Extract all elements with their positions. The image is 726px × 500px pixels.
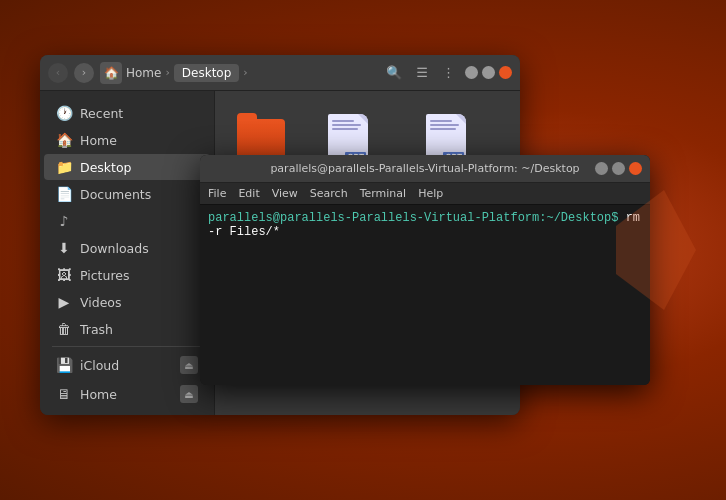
- sidebar-label-desktop: Desktop: [80, 160, 198, 175]
- videos-icon: ▶: [56, 294, 72, 310]
- terminal-window: parallels@parallels-Parallels-Virtual-Pl…: [200, 155, 650, 385]
- sidebar-label-icloud: iCloud: [80, 358, 172, 373]
- breadcrumb: 🏠 Home › Desktop ›: [100, 62, 376, 84]
- documents-icon: 📄: [56, 186, 72, 202]
- options-icon[interactable]: ⋮: [438, 63, 459, 82]
- recent-icon: 🕐: [56, 105, 72, 121]
- sidebar-label-downloads: Downloads: [80, 241, 198, 256]
- term-menu-edit[interactable]: Edit: [238, 187, 259, 200]
- sidebar-item-videos[interactable]: ▶ Videos: [44, 289, 210, 315]
- term-close-button[interactable]: [629, 162, 642, 175]
- sidebar-item-downloads[interactable]: ⬇ Downloads: [44, 235, 210, 261]
- back-button[interactable]: ‹: [48, 63, 68, 83]
- sidebar-label-home2: Home: [80, 387, 172, 402]
- term-window-controls: [595, 162, 642, 175]
- other-icon: +: [56, 414, 72, 415]
- icloud-icon: 💾: [56, 357, 72, 373]
- home2-icon: 🖥: [56, 386, 72, 402]
- icloud-eject-button[interactable]: ⏏: [180, 356, 198, 374]
- sidebar-label-documents: Documents: [80, 187, 198, 202]
- search-icon[interactable]: 🔍: [382, 63, 406, 82]
- sidebar-item-home2[interactable]: 🖥 Home ⏏: [44, 380, 210, 408]
- terminal-prompt: parallels@parallels-Parallels-Virtual-Pl…: [208, 211, 618, 225]
- sidebar-item-desktop[interactable]: 📁 Desktop: [44, 154, 210, 180]
- terminal-title: parallels@parallels-Parallels-Virtual-Pl…: [208, 162, 642, 175]
- music-icon: ♪: [56, 213, 72, 229]
- sidebar-label-recent: Recent: [80, 106, 198, 121]
- doc-line: [430, 128, 456, 130]
- toolbar-right: 🔍 ☰ ⋮: [382, 63, 459, 82]
- downloads-icon: ⬇: [56, 240, 72, 256]
- term-menu-help[interactable]: Help: [418, 187, 443, 200]
- view-list-icon[interactable]: ☰: [412, 63, 432, 82]
- term-menu-search[interactable]: Search: [310, 187, 348, 200]
- sidebar-item-pictures[interactable]: 🖼 Pictures: [44, 262, 210, 288]
- sidebar-item-documents[interactable]: 📄 Documents: [44, 181, 210, 207]
- breadcrumb-sep: ›: [165, 66, 169, 79]
- doc-line: [332, 128, 358, 130]
- sidebar-label-pictures: Pictures: [80, 268, 198, 283]
- term-maximize-button[interactable]: [612, 162, 625, 175]
- home-breadcrumb[interactable]: 🏠: [100, 62, 122, 84]
- doc-line: [430, 124, 459, 126]
- term-menubar: File Edit View Search Terminal Help: [200, 183, 650, 205]
- doc-line: [430, 120, 452, 122]
- sidebar-label-videos: Videos: [80, 295, 198, 310]
- fm-header: ‹ › 🏠 Home › Desktop › 🔍 ☰ ⋮: [40, 55, 520, 91]
- window-controls: [465, 66, 512, 79]
- sidebar-label-trash: Trash: [80, 322, 198, 337]
- close-button[interactable]: [499, 66, 512, 79]
- term-menu-view[interactable]: View: [272, 187, 298, 200]
- term-menu-terminal[interactable]: Terminal: [360, 187, 407, 200]
- terminal-body[interactable]: parallels@parallels-Parallels-Virtual-Pl…: [200, 205, 650, 385]
- term-header: parallels@parallels-Parallels-Virtual-Pl…: [200, 155, 650, 183]
- breadcrumb-current[interactable]: Desktop: [174, 64, 240, 82]
- sidebar: 🕐 Recent 🏠 Home 📁 Desktop 📄 Documents ♪ …: [40, 91, 215, 415]
- sidebar-item-recent[interactable]: 🕐 Recent: [44, 100, 210, 126]
- sidebar-item-music[interactable]: ♪: [44, 208, 210, 234]
- pictures-icon: 🖼: [56, 267, 72, 283]
- desktop-icon: 📁: [56, 159, 72, 175]
- doc-line: [332, 120, 354, 122]
- breadcrumb-home-label: Home: [126, 66, 161, 80]
- doc-line: [332, 124, 361, 126]
- maximize-button[interactable]: [482, 66, 495, 79]
- term-menu-file[interactable]: File: [208, 187, 226, 200]
- term-minimize-button[interactable]: [595, 162, 608, 175]
- trash-icon: 🗑: [56, 321, 72, 337]
- sidebar-label-home: Home: [80, 133, 198, 148]
- home2-eject-button[interactable]: ⏏: [180, 385, 198, 403]
- home-icon: 🏠: [56, 132, 72, 148]
- forward-button[interactable]: ›: [74, 63, 94, 83]
- sidebar-item-other[interactable]: + Other Locations: [44, 409, 210, 415]
- sidebar-divider: [52, 346, 202, 347]
- minimize-button[interactable]: [465, 66, 478, 79]
- sidebar-item-home[interactable]: 🏠 Home: [44, 127, 210, 153]
- sidebar-item-icloud[interactable]: 💾 iCloud ⏏: [44, 351, 210, 379]
- breadcrumb-sep2: ›: [243, 66, 247, 79]
- sidebar-item-trash[interactable]: 🗑 Trash: [44, 316, 210, 342]
- sidebar-label-other: Other Locations: [80, 415, 198, 416]
